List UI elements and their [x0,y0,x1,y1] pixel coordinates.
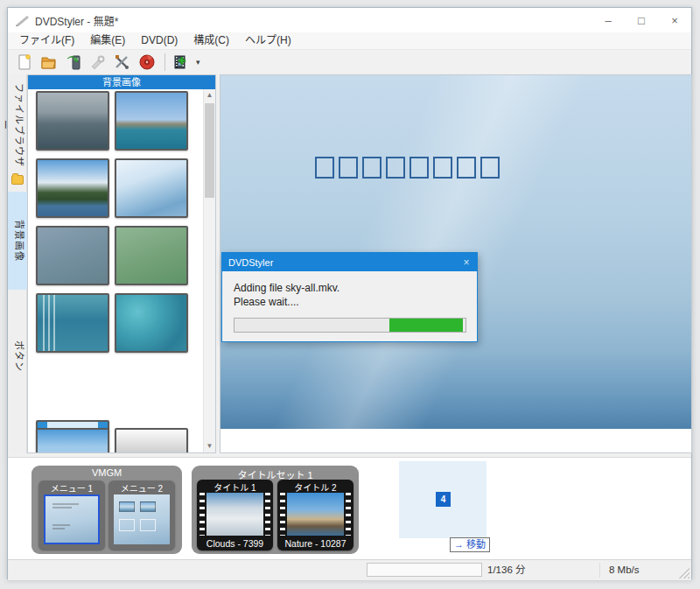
menu2-thumbnail[interactable]: メニュー 2 [108,480,175,550]
window-title: DVDStyler - 無題* [35,13,118,28]
title1-thumbnail[interactable]: タイトル 1 Clouds - 7399 [197,480,273,550]
statusbar-separator [599,563,600,578]
background-thumbnail-turquoise[interactable] [115,293,188,353]
menu-object-square[interactable] [410,157,429,179]
duration-status: 1/136 分 [487,560,525,580]
title-bar: DVDStyler - 無題* – □ × [8,8,691,32]
menu2-preview [114,494,170,544]
dialog-title: DVDStyler [222,257,273,268]
resize-grip[interactable] [679,568,690,578]
maximize-button[interactable]: □ [625,8,658,32]
app-window: DVDStyler - 無題* – □ × ファイル(F) 編集(E) DVD(… [7,7,692,579]
open-project-icon[interactable] [38,52,60,73]
titleset-group: タイトルセット 1 タイトル 1 Clouds - 7399 タイトル 2 Na… [192,466,359,554]
background-thumbnail-silver-frame[interactable] [115,428,188,453]
drag-ghost[interactable]: 4 [399,461,486,538]
vmgm-group: VMGM メニュー 1 メニュー 2 [32,466,182,554]
dialog-message: Adding file sky-all.mkv. Please wait.... [234,281,340,309]
filmstrip-icon [346,493,351,536]
dvd-structure-strip: VMGM メニュー 1 メニュー 2 タイトルセット 1 タイトル 1 [8,457,691,559]
menu-configuration[interactable]: 構成(C) [186,32,237,49]
bitrate-status: 8 Mb/s [609,560,640,580]
tab-file-browser[interactable]: ファイルブラウザー [8,83,27,167]
menu-edit[interactable]: 編集(E) [82,32,133,49]
vmgm-label: VMGM [32,467,182,478]
menu1-label: メニュー 1 [38,481,105,494]
background-thumbnail-sea[interactable] [36,91,109,151]
background-thumbnail-green[interactable] [115,226,188,285]
menu-dvd[interactable]: DVD(D) [133,32,186,49]
panel-scrollbar[interactable]: ▲ ▼ [203,89,215,452]
dialog-message-line1: Adding file sky-all.mkv. [234,281,340,295]
sidebar-tabstrip: ファイルブラウザー 背景画像 ボタン [8,74,27,453]
menu-object-square[interactable] [339,157,358,179]
drag-count-badge: 4 [436,492,451,507]
status-bar: 1/136 分 8 Mb/s [8,559,691,580]
title2-caption: Nature - 10287 [277,538,354,549]
scroll-up-icon[interactable]: ▲ [204,89,215,102]
menu2-label: メニュー 2 [108,481,175,494]
title2-label: タイトル 2 [277,480,354,494]
settings-icon[interactable] [111,52,134,73]
app-icon [16,14,30,26]
filmstrip-icon [265,493,270,536]
move-arrow-icon: → [454,539,464,550]
menu-bar: ファイル(F) 編集(E) DVD(D) 構成(C) ヘルプ(H) [8,32,691,50]
menu-file[interactable]: ファイル(F) [11,32,82,49]
capacity-gauge [367,563,482,577]
menu-object-square[interactable] [315,157,334,179]
background-thumbnail-teal-stripes[interactable] [36,293,109,353]
save-project-icon[interactable] [62,52,85,73]
background-thumbnail-gray-blue[interactable] [36,226,109,285]
dialog-close-icon[interactable]: × [456,256,477,269]
background-thumbnail-shore[interactable] [115,91,188,151]
add-file-dropdown-icon[interactable]: ▾ [196,58,200,67]
progress-dialog: DVDStyler × Adding file sky-all.mkv. Ple… [221,252,478,342]
progress-bar-fill [389,319,463,332]
add-file-icon[interactable] [170,52,192,73]
background-thumbnail-blue-frame[interactable] [36,428,109,453]
dialog-message-line2: Please wait.... [234,295,340,309]
progress-bar [234,318,466,333]
menu-object-square[interactable] [362,157,382,179]
scroll-down-icon[interactable]: ▼ [204,440,215,452]
dialog-title-bar: DVDStyler × [222,253,477,271]
background-thumbnail-lake[interactable] [36,158,109,218]
properties-icon[interactable] [87,52,109,73]
backgrounds-panel-header: 背景画像 [28,75,215,89]
tab-backgrounds[interactable]: 背景画像 [8,192,27,290]
move-tooltip: → 移動 [450,537,490,552]
minimize-button[interactable]: – [592,8,625,32]
new-project-icon[interactable] [13,52,36,73]
filmstrip-icon [280,493,285,536]
menu-help[interactable]: ヘルプ(H) [237,32,299,49]
burn-disc-icon[interactable] [136,52,158,73]
title1-label: タイトル 1 [197,480,273,494]
placeholder-squares [315,157,500,179]
toolbar: ▾ [8,50,691,74]
title1-preview [206,493,263,536]
title1-caption: Clouds - 7399 [197,538,273,549]
menu-object-square[interactable] [386,157,405,179]
menu1-thumbnail[interactable]: メニュー 1 [38,480,105,550]
menu1-preview [44,494,100,544]
tab-buttons[interactable]: ボタン [8,337,27,375]
filmstrip-icon [200,493,205,536]
background-thumbnail-blue-gradient[interactable] [115,158,188,218]
title2-thumbnail[interactable]: タイトル 2 Nature - 10287 [277,480,354,550]
menu-object-square[interactable] [433,157,452,179]
backgrounds-panel: 背景画像 ▲ ▼ [27,74,216,453]
folder-icon [11,175,24,185]
close-button[interactable]: × [658,8,691,32]
move-tooltip-label: 移動 [466,539,486,550]
toolbar-separator [164,53,165,71]
menu-object-square[interactable] [457,157,476,179]
scrollbar-thumb[interactable] [205,103,214,198]
menu-object-square[interactable] [480,157,500,179]
title2-preview [287,493,344,536]
